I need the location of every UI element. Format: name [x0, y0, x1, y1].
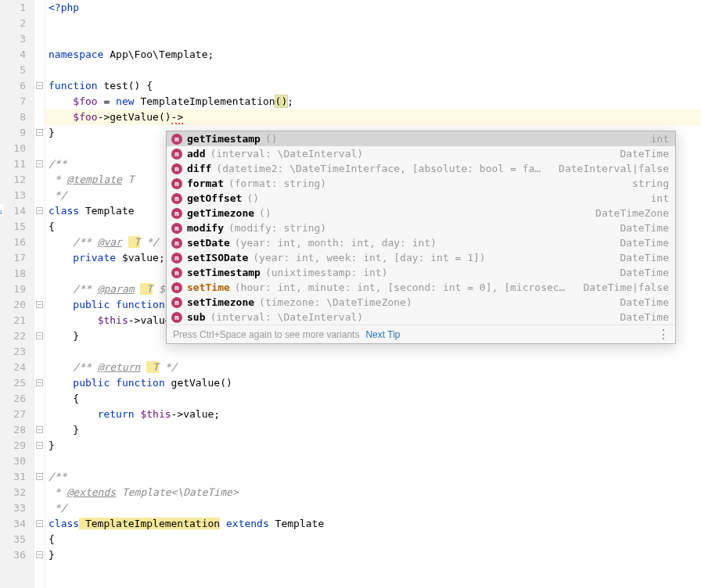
- completion-item[interactable]: mgetTimestamp()int: [167, 131, 675, 146]
- fold-cell[interactable]: −: [34, 203, 45, 219]
- code-line[interactable]: $foo = new TemplateImplementation();: [45, 94, 701, 109]
- code-line[interactable]: function test() {: [45, 78, 701, 94]
- code-line[interactable]: /** @return T */: [45, 360, 701, 375]
- fold-open-icon[interactable]: −: [36, 82, 43, 89]
- fold-cell[interactable]: −: [34, 328, 45, 344]
- completion-item-return: DateTimeZone: [588, 207, 669, 219]
- completion-item-name: getOffset: [187, 192, 242, 204]
- completion-item-signature: (): [259, 207, 583, 219]
- overridden-icon[interactable]: ●↓: [0, 204, 3, 216]
- fold-cell[interactable]: −: [34, 422, 45, 438]
- code-line[interactable]: * @extends Template<\DateTime>: [45, 485, 701, 500]
- line-number: 28: [0, 422, 34, 438]
- completion-item[interactable]: madd(interval: \DateInterval)DateTime: [167, 146, 675, 161]
- method-icon: m: [171, 193, 182, 204]
- code-line[interactable]: <?php: [45, 0, 701, 16]
- fold-cell[interactable]: −: [34, 297, 45, 313]
- fold-close-icon[interactable]: −: [36, 551, 43, 558]
- fold-cell[interactable]: −: [34, 469, 45, 485]
- line-number: 18: [0, 266, 34, 281]
- line-number: 27: [0, 407, 34, 422]
- code-line-active[interactable]: $foo->getValue()->: [45, 109, 701, 125]
- completion-item-name: setISODate: [187, 252, 248, 264]
- completion-item[interactable]: msetDate(year: int, month: int, day: int…: [167, 235, 675, 250]
- fold-cell[interactable]: −: [34, 156, 45, 172]
- fold-close-icon[interactable]: −: [36, 426, 43, 433]
- line-number: 14●↓: [0, 203, 34, 219]
- code-line[interactable]: [45, 31, 701, 47]
- fold-open-icon[interactable]: −: [36, 473, 43, 480]
- code-line[interactable]: /**: [45, 469, 701, 485]
- line-number: 13: [0, 188, 34, 203]
- completion-item-signature: (year: int, month: int, day: int): [235, 237, 608, 249]
- code-line[interactable]: {: [45, 391, 701, 407]
- completion-popup[interactable]: mgetTimestamp()intmadd(interval: \DateIn…: [166, 131, 676, 344]
- code-line[interactable]: [45, 344, 701, 360]
- more-icon[interactable]: ⋮: [657, 327, 669, 342]
- completion-item-return: string: [624, 177, 669, 189]
- line-number: 20: [0, 297, 34, 313]
- completion-item[interactable]: msub(interval: \DateInterval)DateTime: [167, 310, 675, 324]
- code-line[interactable]: public function getValue(): [45, 375, 701, 391]
- line-number: 25: [0, 375, 34, 391]
- fold-open-icon[interactable]: −: [36, 160, 43, 167]
- code-line[interactable]: }: [45, 547, 701, 563]
- fold-cell: [34, 454, 45, 469]
- code-line[interactable]: [45, 63, 701, 78]
- completion-item[interactable]: mdiff(datetime2: \DateTimeInterface, [ab…: [167, 161, 675, 176]
- code-line[interactable]: [45, 454, 701, 469]
- completion-item[interactable]: msetTime(hour: int, minute: int, [second…: [167, 280, 675, 295]
- fold-close-icon[interactable]: −: [36, 442, 43, 449]
- next-tip-link[interactable]: Next Tip: [365, 329, 400, 340]
- fold-cell[interactable]: −: [34, 78, 45, 94]
- line-number: 1: [0, 0, 34, 16]
- fold-close-icon[interactable]: −: [36, 332, 43, 339]
- completion-item[interactable]: msetISODate(year: int, week: int, [day: …: [167, 250, 675, 265]
- code-line[interactable]: [45, 16, 701, 31]
- completion-item[interactable]: mgetTimezone()DateTimeZone: [167, 206, 675, 220]
- fold-cell[interactable]: −: [34, 547, 45, 563]
- fold-open-icon[interactable]: −: [36, 379, 43, 386]
- completion-item[interactable]: mgetOffset()int: [167, 191, 675, 206]
- method-icon: m: [171, 223, 182, 234]
- code-line[interactable]: }: [45, 438, 701, 454]
- line-number: 10: [0, 141, 34, 156]
- fold-cell[interactable]: −: [34, 375, 45, 391]
- code-line[interactable]: */: [45, 500, 701, 516]
- fold-cell: [34, 94, 45, 109]
- completion-item[interactable]: mmodify(modify: string)DateTime: [167, 220, 675, 235]
- fold-cell: [34, 109, 45, 125]
- completion-item[interactable]: msetTimestamp(unixtimestamp: int)DateTim…: [167, 265, 675, 280]
- completion-item[interactable]: msetTimezone(timezone: \DateTimeZone)Dat…: [167, 295, 675, 310]
- method-icon: m: [171, 312, 182, 323]
- completion-item-signature: (timezone: \DateTimeZone): [259, 296, 607, 308]
- method-icon: m: [171, 208, 182, 219]
- code-line[interactable]: class TemplateImplementation extends Tem…: [45, 516, 701, 532]
- completion-item-name: add: [187, 148, 205, 160]
- line-number: 26: [0, 391, 34, 407]
- fold-open-icon[interactable]: −: [36, 520, 43, 527]
- fold-open-icon[interactable]: −: [36, 207, 43, 214]
- fold-cell: [34, 63, 45, 78]
- code-line[interactable]: }: [45, 422, 701, 438]
- code-line[interactable]: {: [45, 532, 701, 547]
- completion-item-name: setTimezone: [187, 296, 254, 308]
- fold-cell: [34, 219, 45, 235]
- method-icon: m: [171, 163, 182, 174]
- completion-item-name: setDate: [187, 237, 230, 249]
- completion-item-name: sub: [187, 311, 205, 323]
- fold-cell[interactable]: −: [34, 516, 45, 532]
- fold-close-icon[interactable]: −: [36, 129, 43, 136]
- fold-cell: [34, 47, 45, 63]
- code-line[interactable]: return $this->value;: [45, 407, 701, 422]
- completion-item[interactable]: mformat(format: string)string: [167, 176, 675, 191]
- fold-cell[interactable]: −: [34, 438, 45, 454]
- fold-open-icon[interactable]: −: [36, 301, 43, 308]
- fold-cell[interactable]: −: [34, 125, 45, 141]
- completion-item-return: DateTime: [612, 222, 669, 234]
- completion-item-signature: (year: int, week: int, [day: int = 1]): [253, 252, 607, 264]
- line-number: 8: [0, 109, 34, 125]
- code-line[interactable]: namespace App\Foo\Template;: [45, 47, 701, 63]
- line-number: 15: [0, 219, 34, 235]
- method-icon: m: [171, 238, 182, 249]
